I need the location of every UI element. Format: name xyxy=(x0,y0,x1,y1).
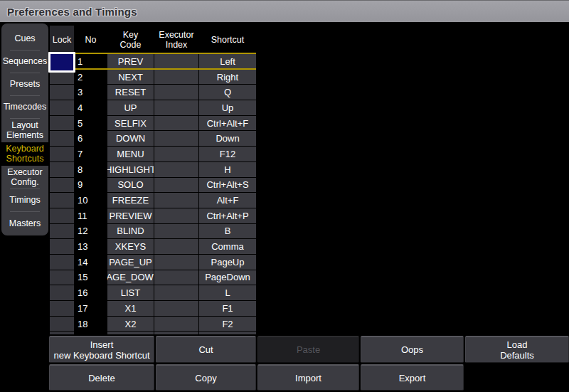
shortcut-cell[interactable]: B xyxy=(199,224,256,239)
lock-cell[interactable] xyxy=(50,301,74,316)
executor-index-cell[interactable] xyxy=(154,285,198,300)
key-code-cell[interactable]: PREVIEW xyxy=(107,208,154,223)
key-code-cell[interactable]: DOWN xyxy=(107,131,154,146)
executor-index-cell[interactable] xyxy=(154,70,198,85)
key-code-cell[interactable]: HIGHLIGHT xyxy=(107,162,154,177)
shortcut-cell[interactable]: Alt+F xyxy=(199,193,256,208)
export-button[interactable]: Export xyxy=(361,364,464,391)
key-code-cell[interactable]: FREEZE xyxy=(107,193,154,208)
key-code-cell[interactable]: SELFIX xyxy=(107,116,154,131)
shortcut-cell[interactable]: F12 xyxy=(199,147,256,161)
no-cell[interactable]: 7 xyxy=(75,147,107,161)
executor-index-cell[interactable] xyxy=(154,301,198,316)
lock-cell[interactable] xyxy=(50,193,74,208)
oops-button[interactable]: Oops xyxy=(361,336,464,363)
sidebar-item-executor-config[interactable]: Executor Config. xyxy=(1,166,48,189)
lock-cell[interactable] xyxy=(50,255,74,270)
key-code-cell[interactable]: UP xyxy=(107,100,154,115)
no-cell[interactable]: 5 xyxy=(75,116,107,131)
shortcut-cell[interactable]: L xyxy=(199,285,256,300)
executor-index-cell[interactable] xyxy=(154,178,198,193)
lock-cell[interactable] xyxy=(50,285,74,300)
shortcut-cell[interactable]: PageUp xyxy=(199,255,256,270)
executor-index-cell[interactable] xyxy=(154,131,198,146)
shortcut-cell[interactable]: Ctrl+Alt+F xyxy=(199,116,256,131)
key-code-cell[interactable]: NEXT xyxy=(107,70,154,85)
key-code-cell[interactable]: PAGE_UP xyxy=(107,255,154,270)
cut-button[interactable]: Cut xyxy=(156,336,256,363)
lock-cell[interactable] xyxy=(50,131,74,146)
shortcut-cell[interactable]: PageDown xyxy=(199,270,256,285)
key-code-cell[interactable]: MENU xyxy=(107,147,154,161)
lock-cell[interactable] xyxy=(50,85,74,100)
no-cell[interactable]: 2 xyxy=(75,70,107,85)
executor-index-cell[interactable] xyxy=(154,162,198,177)
key-code-cell[interactable]: XKEYS xyxy=(107,239,154,254)
lock-cell[interactable] xyxy=(50,147,74,161)
lock-cell[interactable] xyxy=(50,162,74,177)
insert-new-keyboard-shortcut-button[interactable]: Insert new Keyboard Shortcut xyxy=(49,336,154,363)
lock-cell[interactable] xyxy=(50,178,74,193)
lock-cell[interactable] xyxy=(50,116,74,131)
no-cell[interactable]: 3 xyxy=(75,85,107,100)
shortcut-cell[interactable]: Comma xyxy=(199,239,256,254)
no-cell[interactable]: 15 xyxy=(75,270,107,285)
executor-index-cell[interactable] xyxy=(154,116,198,131)
executor-index-cell[interactable] xyxy=(154,239,198,254)
no-cell[interactable]: 1 xyxy=(75,54,107,69)
column-header-key-code[interactable]: Key Code xyxy=(107,26,154,53)
no-cell[interactable]: 14 xyxy=(75,255,107,270)
no-cell[interactable]: 4 xyxy=(75,100,107,115)
lock-cell[interactable] xyxy=(50,224,74,239)
sidebar-item-masters[interactable]: Masters xyxy=(1,212,48,235)
no-cell[interactable]: 8 xyxy=(75,162,107,177)
column-header-no[interactable]: No xyxy=(75,26,107,53)
shortcut-cell[interactable]: F2 xyxy=(199,317,256,332)
lock-cell[interactable] xyxy=(50,270,74,285)
executor-index-cell[interactable] xyxy=(154,54,198,69)
shortcut-cell[interactable]: Ctrl+Alt+P xyxy=(199,208,256,223)
load-defaults-button[interactable]: Load Defaults xyxy=(465,336,569,363)
no-cell[interactable]: 10 xyxy=(75,193,107,208)
sidebar-item-presets[interactable]: Presets xyxy=(1,73,48,96)
no-cell[interactable]: 16 xyxy=(75,285,107,300)
executor-index-cell[interactable] xyxy=(154,208,198,223)
key-code-cell[interactable]: X2 xyxy=(107,317,154,332)
shortcut-cell[interactable]: Right xyxy=(199,70,256,85)
no-cell[interactable]: 9 xyxy=(75,178,107,193)
shortcut-cell[interactable]: Down xyxy=(199,131,256,146)
executor-index-cell[interactable] xyxy=(154,270,198,285)
shortcut-cell[interactable]: Left xyxy=(199,54,256,69)
lock-cell[interactable] xyxy=(50,317,74,332)
executor-index-cell[interactable] xyxy=(154,85,198,100)
column-header-executor-index[interactable]: Executor Index xyxy=(154,26,198,53)
key-code-cell[interactable]: BLIND xyxy=(107,224,154,239)
selected-cell-indicator[interactable] xyxy=(48,52,75,73)
executor-index-cell[interactable] xyxy=(154,255,198,270)
delete-button[interactable]: Delete xyxy=(49,364,154,391)
lock-cell[interactable] xyxy=(50,208,74,223)
shortcut-cell[interactable]: F1 xyxy=(199,301,256,316)
shortcut-cell[interactable]: Q xyxy=(199,85,256,100)
no-cell[interactable]: 17 xyxy=(75,301,107,316)
key-code-cell[interactable]: LIST xyxy=(107,285,154,300)
shortcut-cell[interactable]: Ctrl+Alt+S xyxy=(199,178,256,193)
column-header-shortcut[interactable]: Shortcut xyxy=(199,26,256,53)
sidebar-item-layout-elements[interactable]: Layout Elements xyxy=(1,119,48,142)
executor-index-cell[interactable] xyxy=(154,100,198,115)
copy-button[interactable]: Copy xyxy=(156,364,256,391)
no-cell[interactable]: 18 xyxy=(75,317,107,332)
key-code-cell[interactable]: X1 xyxy=(107,301,154,316)
sidebar-item-keyboard-shortcuts[interactable]: Keyboard Shortcuts xyxy=(1,142,48,166)
no-cell[interactable]: 12 xyxy=(75,224,107,239)
executor-index-cell[interactable] xyxy=(154,193,198,208)
lock-cell[interactable] xyxy=(50,239,74,254)
key-code-cell[interactable]: PAGE_DOWN xyxy=(107,270,154,285)
sidebar-item-sequences[interactable]: Sequences xyxy=(1,51,48,73)
executor-index-cell[interactable] xyxy=(154,317,198,332)
no-cell[interactable]: 11 xyxy=(75,208,107,223)
key-code-cell[interactable]: RESET xyxy=(107,85,154,100)
no-cell[interactable]: 13 xyxy=(75,239,107,254)
import-button[interactable]: Import xyxy=(257,364,359,391)
sidebar-item-cues[interactable]: Cues xyxy=(1,28,48,51)
